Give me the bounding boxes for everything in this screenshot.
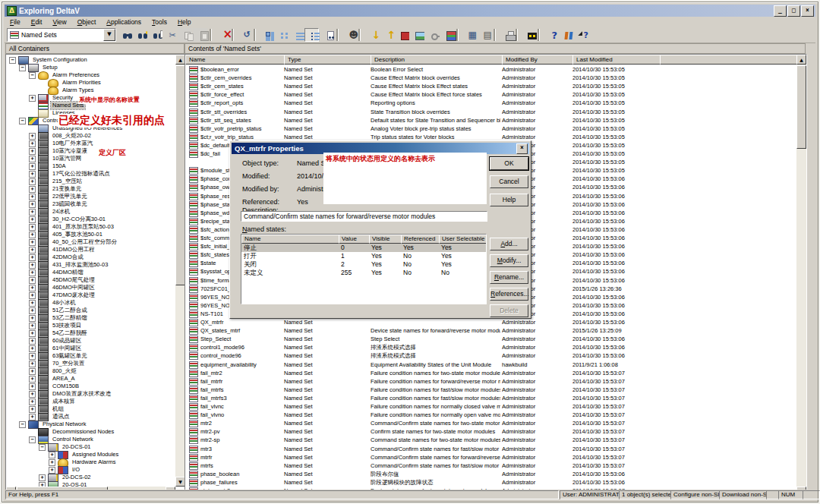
help-button[interactable]: Help: [490, 194, 528, 206]
context-help-button[interactable]: [573, 28, 588, 42]
tree-item[interactable]: +21变换单元: [29, 185, 83, 193]
list-row[interactable]: $boolean_errorNamed SetBoolean Error Sel…: [185, 65, 796, 74]
list-vscroll-thumb[interactable]: [796, 65, 806, 149]
expand-toggle-icon[interactable]: +: [29, 178, 36, 185]
tree-item[interactable]: +COM150B: [29, 383, 80, 390]
tree-item[interactable]: +22低甲洗单元: [29, 193, 89, 200]
list-row[interactable]: QX_mtrfrNamed SetAdministrator2014/10/30…: [185, 318, 796, 326]
list-row[interactable]: fail_mtr2Named SetFailure condition name…: [185, 369, 796, 377]
copy-button[interactable]: [178, 28, 192, 42]
search-button[interactable]: [147, 28, 162, 42]
tree-item[interactable]: +42DMO合成: [29, 254, 85, 261]
expand-toggle-icon[interactable]: +: [49, 459, 55, 466]
expand-toggle-icon[interactable]: +: [29, 194, 36, 200]
list-row[interactable]: equipment_availabilityNamed SetEquipment…: [185, 361, 796, 369]
container-combobox[interactable]: Named Sets ▼: [7, 28, 116, 42]
tree-item[interactable]: Alarm Types: [39, 87, 96, 94]
expand-toggle-icon[interactable]: −: [19, 421, 26, 428]
tree-item[interactable]: +20-OS-01: [39, 481, 89, 487]
download-button[interactable]: [364, 28, 378, 42]
ns-column-header-user-selectable[interactable]: User Selectable: [439, 235, 487, 244]
named-state-row[interactable]: 停止0YesYesYes: [241, 244, 486, 252]
column-header-modified-by[interactable]: Modified By: [502, 55, 576, 65]
tree-item[interactable]: +800_火炬: [29, 367, 78, 375]
column-header-type[interactable]: Type: [284, 55, 374, 65]
list-row[interactable]: phase_failuresNamed Set阶段逻辑模块的故障状态Admini…: [185, 478, 796, 487]
print-button[interactable]: [499, 28, 513, 42]
scroll-up-icon[interactable]: ▲: [796, 55, 806, 65]
expand-toggle-icon[interactable]: +: [29, 163, 36, 170]
expand-toggle-icon[interactable]: −: [9, 57, 16, 64]
close-button[interactable]: ×: [801, 5, 814, 17]
expand-toggle-icon[interactable]: +: [29, 383, 36, 390]
tree-item[interactable]: Decommissioned Nodes: [29, 428, 115, 436]
expand-toggle-icon[interactable]: +: [29, 133, 36, 140]
tree-item[interactable]: +20-DCS-02: [39, 474, 93, 481]
expand-toggle-icon[interactable]: −: [29, 436, 36, 443]
list-row[interactable]: $ctlr_cem_overridesNamed SetCause Effect…: [185, 74, 796, 82]
expand-toggle-icon[interactable]: +: [29, 209, 36, 216]
upload-button[interactable]: [379, 28, 393, 42]
tree-item[interactable]: +通讯点: [29, 413, 71, 421]
tree-item[interactable]: +17气化公控指标通讯点: [29, 170, 112, 178]
tree-item[interactable]: +431_排水监测池50-03: [29, 261, 109, 269]
tree-item[interactable]: +41DMO公用工程: [29, 246, 96, 254]
tree-item[interactable]: +47DMO废水处理: [29, 291, 96, 299]
graphics-studio-button[interactable]: [409, 28, 424, 42]
tree-item[interactable]: −Alarm Preferences: [29, 71, 101, 79]
list-row[interactable]: mtr3Named SetCommand/Confirm state names…: [185, 445, 796, 453]
tree-item[interactable]: −Setup: [19, 64, 59, 71]
tree-item[interactable]: +10蒸汽管网: [29, 155, 83, 162]
expand-toggle-icon[interactable]: +: [29, 201, 36, 208]
expand-toggle-icon[interactable]: +: [29, 307, 36, 314]
tree-item[interactable]: +215_空压站: [29, 178, 84, 185]
expand-toggle-icon[interactable]: +: [29, 353, 36, 360]
filter-button[interactable]: [320, 28, 334, 42]
named-state-row[interactable]: 关闭2YesNoYes: [241, 260, 486, 269]
tree-item[interactable]: +Hardware Alarms: [49, 458, 118, 466]
expand-toggle-icon[interactable]: +: [29, 361, 36, 367]
expand-toggle-icon[interactable]: +: [29, 398, 36, 405]
tree-item[interactable]: +150A: [29, 162, 68, 170]
expand-toggle-icon[interactable]: +: [29, 277, 36, 284]
tree-item[interactable]: −20-DCS-01: [39, 443, 93, 451]
list-row[interactable]: $ctlr_report_optsNamed SetReporting opti…: [185, 99, 796, 107]
tree-item[interactable]: +51乙二醇合成: [29, 307, 89, 314]
list-row[interactable]: fail_mtrfrNamed SetFailure condition nam…: [185, 377, 796, 386]
list-row[interactable]: $ctlr_stt_seq_statesNamed SetDefault sta…: [185, 116, 796, 124]
expand-toggle-icon[interactable]: +: [29, 376, 36, 383]
tree-item[interactable]: +44DMO精馏: [29, 269, 85, 276]
modify-button[interactable]: Modify...: [490, 254, 528, 267]
tree-item[interactable]: +63氨罐区单元: [29, 352, 89, 360]
tree-item[interactable]: +53技改项目: [29, 322, 83, 329]
list-row[interactable]: QX_states_mtrfNamed SetDevice state name…: [185, 326, 796, 335]
tree-item[interactable]: −System Configuration: [9, 56, 89, 64]
expand-toggle-icon[interactable]: −: [29, 72, 36, 79]
list-row[interactable]: $ctlr_votr_pretrip_statusNamed SetAnalog…: [185, 124, 796, 133]
explore-button[interactable]: [117, 28, 131, 42]
paste-button[interactable]: [193, 28, 207, 42]
expand-toggle-icon[interactable]: +: [29, 414, 36, 421]
menu-object[interactable]: Object: [72, 17, 102, 27]
list-row[interactable]: $ctlr_force_effectNamed SetCause Effect …: [185, 90, 796, 99]
alarm-config-button[interactable]: [440, 28, 454, 42]
tree-item[interactable]: Alarm Priorities: [39, 79, 102, 87]
tree-item[interactable]: +成本核算: [29, 398, 77, 405]
list-row[interactable]: control1_mode96Named Set排渣系统模式选择Administ…: [185, 343, 796, 351]
list-row[interactable]: mtrfrNamed SetCommand/Confirm state name…: [185, 453, 796, 461]
menu-file[interactable]: File: [5, 17, 26, 27]
expand-toggle-icon[interactable]: +: [29, 254, 36, 261]
list-vscrollbar[interactable]: ▲ ▼: [796, 55, 806, 496]
tree-item[interactable]: Named Sets: [29, 102, 85, 109]
menu-view[interactable]: View: [47, 17, 71, 27]
ns-column-header-name[interactable]: Name: [241, 235, 341, 244]
list-row[interactable]: control_mode96Named Set排渣系统模式选择Administr…: [185, 351, 796, 360]
expand-toggle-icon[interactable]: +: [29, 171, 36, 178]
batch-executive-button[interactable]: [521, 28, 535, 42]
tree-item[interactable]: +401_原水加压泵站50-03: [29, 223, 115, 231]
maximize-button[interactable]: □: [787, 5, 800, 17]
expand-toggle-icon[interactable]: +: [49, 467, 55, 474]
list-row[interactable]: fail_vlvncNamed SetFailure condition nam…: [185, 402, 796, 411]
list-row[interactable]: phase_booleanNamed Set阶段布尔值Administrator…: [185, 470, 796, 478]
find-button[interactable]: [132, 28, 147, 42]
